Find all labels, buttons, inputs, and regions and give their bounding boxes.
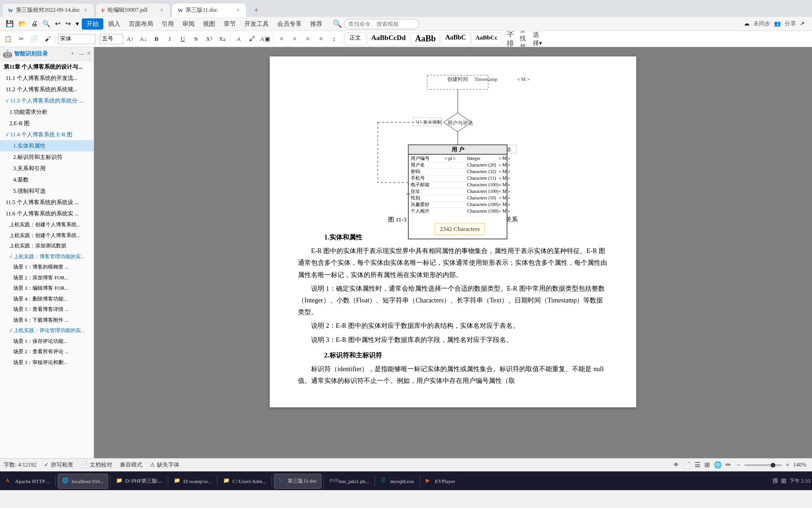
sidebar-item-p4-5[interactable]: 场景 5：查看博客详情 ...	[0, 304, 94, 315]
sidebar-item-p1[interactable]: 上机实践：创建个人博客系统...	[0, 219, 94, 230]
sidebar-item-s11-3-2[interactable]: 2.E-R 图	[0, 118, 94, 129]
search-input[interactable]	[344, 19, 419, 29]
view-mode-icon4[interactable]: 🌐	[714, 461, 722, 469]
toolbar-redo-icon[interactable]: ↪	[63, 19, 73, 29]
sidebar-item-p4-6[interactable]: 场景 6：下载博客附件 ...	[0, 315, 94, 325]
view-mode-icon2[interactable]: ☰	[695, 461, 701, 469]
taskbar-item-apache[interactable]: A Apache HTTP ...	[2, 474, 54, 489]
fmt-select[interactable]: 选择▾	[532, 33, 545, 45]
doc-area[interactable]: 创建时间 Timestamp ＜M＞ "1" 表示强制 用户与评论	[94, 47, 812, 458]
sidebar-item-p4-2[interactable]: 场景 2：添加博客 FOR...	[0, 272, 94, 283]
sidebar-close-btn[interactable]: ×	[87, 50, 91, 58]
sidebar-item-p3[interactable]: 上机实践：添加测试数据	[0, 240, 94, 251]
taskbar-item-folder2[interactable]: 📁 D:\wamp\w...	[170, 474, 215, 489]
menu-item-zhangjie[interactable]: 章节	[220, 19, 240, 29]
sidebar-item-s11-4-4[interactable]: 4.基数	[0, 174, 94, 185]
tab-3[interactable]: W 第三版11.doc ×	[172, 3, 247, 17]
sidebar-item-p5[interactable]: √ 上机实践：评论管理功能的实...	[0, 325, 94, 336]
fmt-align-right[interactable]: ≡	[302, 33, 314, 45]
sidebar-item-s11-1[interactable]: 11.1 个人博客系统的开发流...	[0, 72, 94, 84]
menu-item-tuijian[interactable]: 推荐	[306, 19, 326, 29]
sidebar-item-s11-4-3[interactable]: 3.关系和引用	[0, 163, 94, 174]
menu-item-charu[interactable]: 插入	[104, 19, 124, 29]
sidebar-item-p4-3[interactable]: 场景 3：编辑博客 FOR...	[0, 283, 94, 294]
taskbar-item-browser[interactable]: 🌐 localhost/10/t...	[58, 474, 108, 489]
style-biaoti1[interactable]: AaBbCcDd	[367, 32, 410, 46]
sidebar-item-s11-4[interactable]: √ 11.4 个人博客系统 E-R 图	[0, 129, 94, 140]
tab-1-close[interactable]: ×	[83, 7, 88, 14]
toolbar-undo-icon[interactable]: ↩	[53, 19, 62, 29]
sync-label[interactable]: 未同步	[753, 20, 770, 28]
menu-item-shitu[interactable]: 视图	[199, 19, 219, 29]
status-spell-check[interactable]: ✓ 拼写检查	[44, 461, 73, 469]
taskbar-item-php[interactable]: PHP test_pdo1.ph...	[326, 474, 373, 489]
sidebar-add-btn[interactable]: +	[68, 50, 77, 58]
fmt-line-spacing[interactable]: ↕	[328, 33, 340, 45]
taskbar-item-folder1[interactable]: 📁 D:\PHP第三版\...	[112, 474, 166, 489]
tab-3-close[interactable]: ×	[235, 7, 241, 14]
taskbar-item-word[interactable]: W 第三版11.doc	[274, 474, 321, 489]
menu-item-yinyong[interactable]: 引用	[158, 19, 178, 29]
sidebar-item-s11-4-2[interactable]: 2.标识符和主标识符	[0, 151, 94, 163]
sidebar-item-p4-1[interactable]: 场景 1：博客的模糊查 ...	[0, 262, 94, 272]
style-zhengwen[interactable]: 正文	[344, 32, 366, 46]
fmt-align-left[interactable]: ≡	[275, 33, 288, 45]
fmt-font-color[interactable]: A	[233, 33, 245, 45]
menu-item-yemian[interactable]: 页面布局	[125, 19, 157, 29]
sidebar-item-s11-2[interactable]: 11.2 个人博客系统的系统规...	[0, 84, 94, 95]
sidebar-item-ch11[interactable]: 第11章 个人博客系统的设计与...	[0, 61, 94, 72]
menu-item-shenyue[interactable]: 审阅	[179, 19, 198, 29]
sidebar-item-s11-6[interactable]: 11.6 个人博客系统的系统实 ...	[0, 208, 94, 219]
view-mode-icon3[interactable]: ⊞	[704, 461, 710, 469]
sidebar-item-s11-3[interactable]: √ 11.3 个人博客系统的系统分 ...	[0, 95, 94, 106]
taskbar-item-player[interactable]: ▶ EVPlayer	[422, 474, 459, 489]
sidebar-collapse-btn[interactable]: —	[78, 50, 86, 58]
sidebar-item-p5-2[interactable]: 场景 2：查看所有评论 ...	[0, 346, 94, 357]
fmt-superscript[interactable]: X²	[203, 33, 215, 45]
zoom-slider-track[interactable]	[744, 464, 782, 466]
font-size-input[interactable]	[100, 34, 123, 44]
toolbar-preview-icon[interactable]: 🔍	[40, 19, 52, 29]
fmt-clipboard[interactable]: 📋	[2, 33, 14, 45]
fmt-underline[interactable]: U	[177, 33, 189, 45]
taskbar-item-mysql[interactable]: 🗄 mysqld.exe	[377, 474, 417, 489]
menu-item-huiyuan[interactable]: 会员专享	[273, 19, 305, 29]
sidebar-item-p4[interactable]: √ 上机实践：博客管理功能的实...	[0, 251, 94, 262]
sidebar-item-p2[interactable]: 上机实践：创建个人博客系统...	[0, 230, 94, 241]
sidebar-item-s11-3-1[interactable]: 1.功能需求分析	[0, 106, 94, 118]
zoom-in-btn[interactable]: +	[784, 461, 791, 469]
fmt-highlight[interactable]: 🖍	[246, 33, 258, 45]
fmt-wenzi-paixie[interactable]: 文字排版▾	[506, 33, 518, 45]
new-tab-button[interactable]: +	[250, 4, 263, 17]
sidebar-item-p4-4[interactable]: 场景 4：删除博客功能...	[0, 294, 94, 304]
toolbar-print-icon[interactable]: 🖨	[29, 19, 39, 29]
status-compat[interactable]: 兼容模式	[120, 461, 142, 469]
fmt-align-center[interactable]: ≡	[289, 33, 301, 45]
view-mode-icon1[interactable]: 📄	[683, 461, 691, 469]
font-size-decrease[interactable]: A↓	[137, 33, 149, 45]
status-doc-check[interactable]: 📄 文档校对	[81, 461, 112, 469]
toolbar-save-icon[interactable]: 💾	[4, 19, 16, 29]
menu-item-kaishi[interactable]: 开始	[82, 18, 103, 30]
fmt-strikethrough[interactable]: S	[190, 33, 202, 45]
toolbar-dropdown-icon[interactable]: ▾	[74, 19, 81, 29]
fmt-format-painter[interactable]: 🖌	[41, 33, 54, 45]
tab-1[interactable]: W 第三版校对2022-09-14.doc ×	[2, 3, 94, 17]
zoom-out-btn[interactable]: −	[735, 461, 742, 469]
font-name-input[interactable]	[58, 34, 95, 44]
taskbar-item-folder3[interactable]: 📁 C:\Users\Adm...	[219, 474, 270, 489]
fmt-bold[interactable]: B	[150, 33, 163, 45]
tab-2[interactable]: P 给编辑59907.pdf ×	[95, 3, 171, 17]
fmt-copy[interactable]: 📄	[28, 33, 40, 45]
collab-label[interactable]: 分享	[785, 20, 796, 28]
status-missing-font[interactable]: ⚠ 缺失字体	[150, 461, 180, 469]
fmt-char-border[interactable]: A▣	[259, 33, 271, 45]
style-biaoti2[interactable]: AaBb	[411, 32, 440, 46]
style-biaoti4[interactable]: AaBbCc	[471, 32, 502, 46]
sidebar-item-p5-3[interactable]: 场景 3：审核评论和删...	[0, 357, 94, 368]
sidebar-item-p5-1[interactable]: 场景 1：保存评论功能...	[0, 336, 94, 347]
fmt-subscript[interactable]: X₂	[216, 33, 228, 45]
font-size-increase[interactable]: A↑	[124, 33, 136, 45]
sidebar-item-s11-4-1[interactable]: 1.实体和属性	[0, 140, 94, 151]
menu-item-kaifagongju[interactable]: 开发工具	[241, 19, 273, 29]
